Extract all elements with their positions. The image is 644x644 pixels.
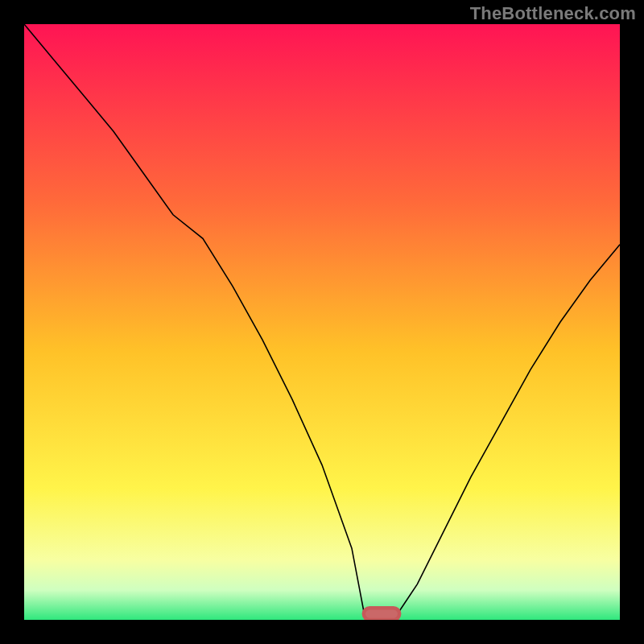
gradient-background	[24, 24, 620, 620]
chart-frame: TheBottleneck.com	[0, 0, 644, 644]
chart-plot	[24, 24, 620, 620]
optimal-marker	[364, 608, 399, 620]
watermark-text: TheBottleneck.com	[470, 3, 636, 24]
